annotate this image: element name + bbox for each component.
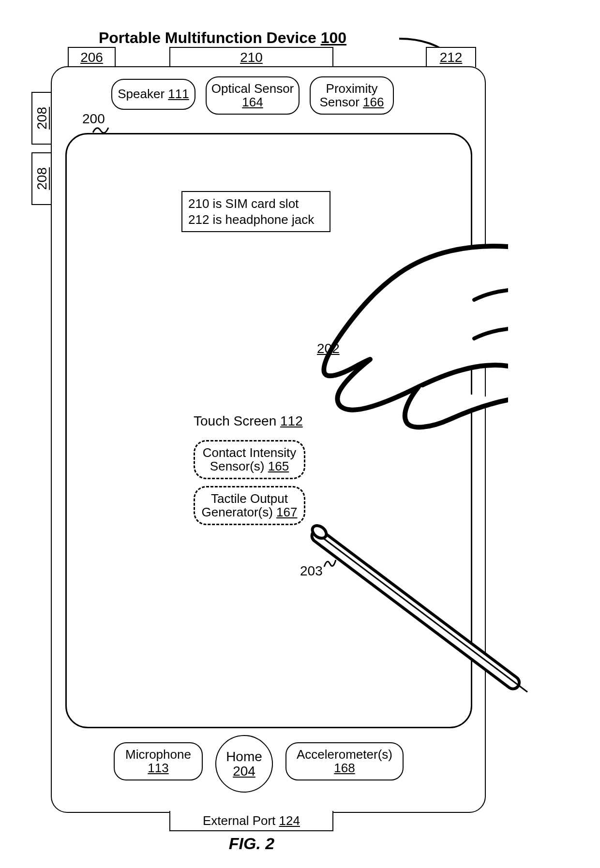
side-tab-208-lower: 208 xyxy=(31,152,52,205)
accelerometer-pill: Accelerometer(s) 168 xyxy=(285,742,404,780)
title-label: Portable Multifunction Device xyxy=(99,29,316,46)
intensity-l2: Sensor(s) xyxy=(210,459,265,473)
info-l1: 210 is SIM card slot xyxy=(188,196,324,212)
mic-num: 113 xyxy=(148,762,168,775)
mic-label: Microphone xyxy=(125,748,191,761)
top-tab-212: 212 xyxy=(426,47,476,67)
top-tab-210: 210 xyxy=(169,47,333,67)
tactile-output-pill: Tactile Output Generator(s) 167 xyxy=(194,486,305,525)
accel-num: 168 xyxy=(334,762,355,775)
tactile-l2: Generator(s) xyxy=(201,505,272,519)
home-button[interactable]: Home 204 xyxy=(215,735,273,793)
microphone-pill: Microphone 113 xyxy=(114,742,203,780)
external-port-tab: External Port 124 xyxy=(169,811,333,831)
optical-pill: Optical Sensor 164 xyxy=(206,76,300,115)
optical-label: Optical Sensor xyxy=(211,82,294,95)
tactile-l1: Tactile Output xyxy=(211,492,288,505)
accel-label: Accelerometer(s) xyxy=(297,748,392,761)
optical-num: 164 xyxy=(242,96,263,109)
home-label: Home xyxy=(226,750,262,764)
tactile-num: 167 xyxy=(276,505,297,519)
touch-screen-label: Touch Screen 112 xyxy=(194,413,303,429)
proximity-line2: Sensor xyxy=(319,95,359,109)
intensity-num: 165 xyxy=(268,459,289,473)
speaker-label: Speaker xyxy=(118,87,165,101)
info-box: 210 is SIM card slot 212 is headphone ja… xyxy=(181,191,330,232)
proximity-pill: Proximity Sensor 166 xyxy=(310,76,394,115)
proximity-num: 166 xyxy=(363,95,384,109)
speaker-num: 111 xyxy=(168,87,189,101)
ext-label: External Port xyxy=(203,813,275,828)
diagram-title: Portable Multifunction Device 100 xyxy=(48,29,397,47)
figure-label: FIG. 2 xyxy=(0,834,503,853)
side-tab-208-upper: 208 xyxy=(31,92,52,145)
svg-line-1 xyxy=(323,538,527,692)
stylus-ref-203: 203 xyxy=(300,563,323,579)
squiggle-203-icon xyxy=(323,555,338,570)
proximity-line1: Proximity xyxy=(326,82,378,95)
top-tab-206: 206 xyxy=(68,47,116,67)
home-num: 204 xyxy=(233,764,255,778)
speaker-pill: Speaker 111 xyxy=(111,79,195,110)
hand-ref-202: 202 xyxy=(317,341,340,356)
info-l2: 212 is headphone jack xyxy=(188,212,324,228)
stylus-icon xyxy=(300,520,513,733)
intensity-l1: Contact Intensity xyxy=(203,446,297,459)
ext-num: 124 xyxy=(279,813,300,828)
title-num: 100 xyxy=(321,29,346,46)
contact-intensity-pill: Contact Intensity Sensor(s) 165 xyxy=(194,440,305,479)
